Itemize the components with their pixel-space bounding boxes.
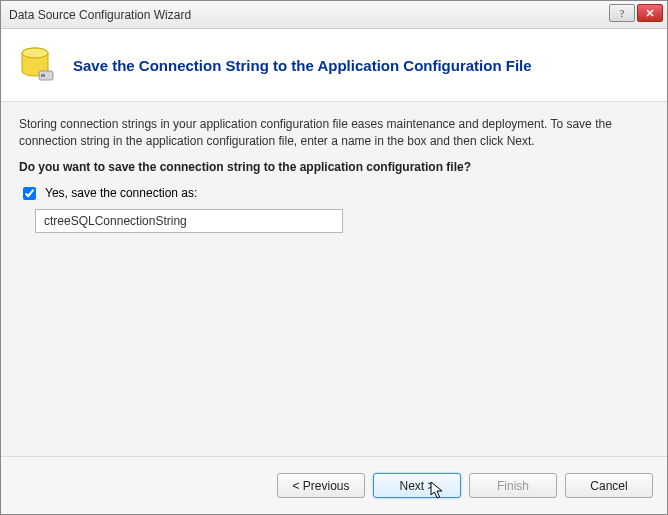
page-title: Save the Connection String to the Applic… — [73, 57, 532, 74]
svg-rect-6 — [41, 74, 45, 77]
wizard-header: Save the Connection String to the Applic… — [1, 29, 667, 101]
wizard-footer: < Previous Next > Finish Cancel — [1, 457, 667, 514]
database-icon — [17, 45, 57, 85]
description-text: Storing connection strings in your appli… — [19, 116, 649, 150]
window-title: Data Source Configuration Wizard — [9, 8, 191, 22]
svg-text:?: ? — [620, 8, 625, 18]
connection-name-input[interactable] — [35, 209, 343, 233]
content-area: Storing connection strings in your appli… — [1, 101, 667, 457]
titlebar: Data Source Configuration Wizard ? — [1, 1, 667, 29]
finish-button[interactable]: Finish — [469, 473, 557, 498]
question-text: Do you want to save the connection strin… — [19, 160, 649, 174]
previous-button[interactable]: < Previous — [277, 473, 365, 498]
titlebar-buttons: ? — [607, 4, 663, 22]
svg-point-4 — [22, 48, 48, 58]
next-button[interactable]: Next > — [373, 473, 461, 498]
close-icon — [645, 8, 655, 18]
save-connection-checkbox-row: Yes, save the connection as: — [19, 184, 649, 203]
save-connection-checkbox[interactable] — [23, 187, 36, 200]
cancel-button[interactable]: Cancel — [565, 473, 653, 498]
checkbox-label: Yes, save the connection as: — [45, 186, 197, 200]
close-button[interactable] — [637, 4, 663, 22]
help-button[interactable]: ? — [609, 4, 635, 22]
help-icon: ? — [617, 8, 627, 18]
